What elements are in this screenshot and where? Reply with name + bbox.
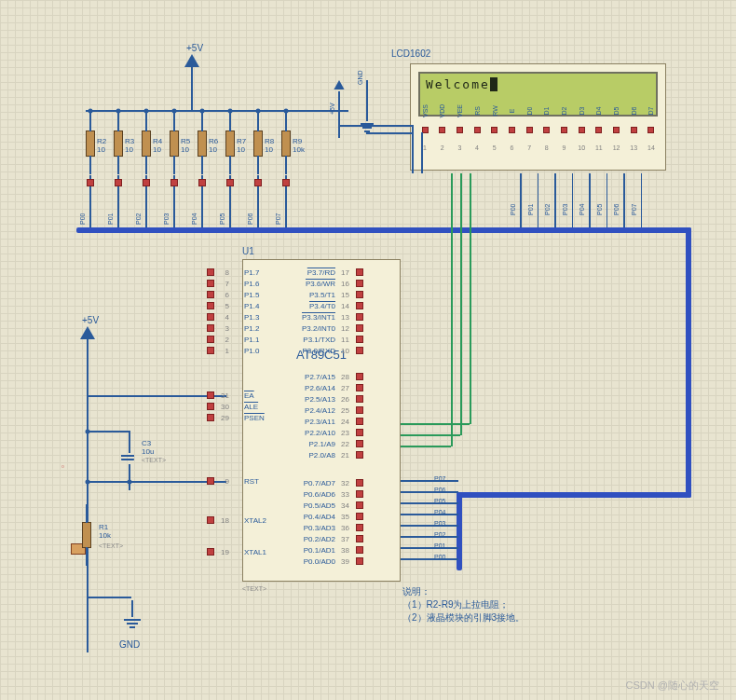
u1-pin-p0-0-ad0: P0.0/AD039 (279, 556, 363, 567)
bus-main-h2 (457, 492, 691, 498)
u1-pin-p2-4-a12: P2.4/A1225 (279, 405, 363, 416)
u1-pin-p3-6-wr: P3.6/WR16 (279, 278, 363, 289)
wire-c3-top (87, 431, 129, 432)
u1-pin-p1-3: 4P1.3 (207, 311, 233, 323)
wire-rst (87, 481, 226, 483)
lcd-module: Welcome VSS1VDD2VEE3RS4RW5E6D07D18D29D31… (410, 63, 666, 171)
u1-pin-p1-6: 7P1.6 (207, 278, 233, 289)
cap-c3 (123, 440, 132, 477)
u1-pin-p0-7-ad7: P0.7/AD732 (279, 477, 363, 488)
net-label-p0-p01: P01 (434, 542, 445, 549)
resistor-r4 (142, 130, 151, 157)
net-label-p02: P02 (135, 213, 142, 225)
resistor-r4-label: R410 (153, 138, 162, 155)
u1-pin-p1-5: 6P1.5 (207, 289, 233, 300)
resistor-r7-label: R710 (237, 138, 246, 155)
gnd-bottom (123, 600, 142, 628)
u1-pin-p2-3-a11: P2.3/A1124 (279, 416, 363, 427)
u1-pin-ale: 30ALE (207, 401, 233, 412)
u1-pin-ea: 31EA (207, 390, 233, 401)
net-label-p0-p04: P04 (434, 509, 445, 515)
cap-c3-label: C3 10u <TEXT> (142, 440, 166, 463)
u1-pin-p2-1-a9: P2.1/A922 (279, 438, 363, 449)
power-5v-bottom: +5V (80, 326, 95, 377)
annotation: 说明： （1）R2-R9为上拉电阻； （2）液晶模块的引脚3接地。 (402, 585, 525, 625)
resistor-r8 (253, 130, 263, 157)
u1-ref: U1 (242, 246, 254, 256)
u1-pin-p2-2-a10: P2.2/A1023 (279, 427, 363, 438)
lcd-pin-d1: D18 (540, 104, 553, 151)
power-5v-label: +5V (186, 43, 203, 53)
u1-pin-p3-2-int0: P3.2/INT012 (279, 323, 363, 334)
annotation-line2: （2）液晶模块的引脚3接地。 (402, 611, 525, 625)
annotation-line1: （1）R2-R9为上拉电阻； (402, 598, 525, 611)
gnd-lcd-label: GND (357, 70, 363, 85)
u1-pin-p2-0-a8: P2.0/A821 (279, 449, 363, 460)
lcd-pin-d4: D411 (593, 104, 606, 151)
u1-pin-p0-6-ad6: P0.6/AD633 (279, 488, 363, 500)
net-label-lcd-p04: P04 (579, 204, 585, 215)
net-label-lcd-p01: P01 (527, 204, 534, 215)
resistor-r3-label: R310 (125, 138, 134, 155)
u1-pin-p1-4: 5P1.4 (207, 300, 233, 311)
lcd-pin-e: E6 (505, 104, 518, 151)
net-label-p0-p03: P03 (434, 520, 445, 527)
watermark: CSDN @随心的天空 (626, 679, 719, 693)
net-label-lcd-p03: P03 (562, 204, 568, 215)
u1-pin-p1-2: 3P1.2 (207, 323, 233, 334)
lcd-pin-rs: RS4 (470, 104, 484, 151)
power-5v-lcd: +5V (332, 78, 347, 138)
resistor-r6-label: R610 (209, 138, 218, 155)
net-label-p03: P03 (163, 213, 170, 225)
u1-pin-p1-0: 1P1.0 (207, 345, 233, 356)
net-label-p0-p02: P02 (434, 531, 445, 538)
bus-main-v (686, 227, 691, 498)
net-label-lcd-p00: P00 (510, 204, 516, 215)
u1-pin-xtal1: 19XTAL1 (207, 546, 233, 557)
resistor-r1 (82, 522, 91, 548)
power-5v-bottom-label: +5V (82, 315, 99, 325)
lcd-pin-vee: VEE3 (453, 104, 466, 151)
u1-pin-p0-1-ad1: P0.1/AD138 (279, 544, 363, 556)
u1-pin-p3-0-rxd: P3.0/RXD10 (279, 345, 363, 356)
u1-pin-p1-1: 2P1.1 (207, 334, 233, 345)
u1-pin-p0-3-ad3: P0.3/AD336 (279, 522, 363, 533)
resistor-r3 (114, 130, 123, 157)
resistor-r7 (225, 130, 235, 157)
bus-main-h (76, 227, 691, 233)
u1-pin-p3-1-txd: P3.1/TXD11 (279, 334, 363, 345)
net-label-p06: P06 (247, 213, 253, 225)
net-label-lcd-p02: P02 (544, 204, 551, 215)
net-label-p0-p06: P06 (434, 487, 445, 493)
lcd-pins: VSS1VDD2VEE3RS4RW5E6D07D18D29D310D411D51… (418, 104, 658, 151)
net-label-p0-p00: P00 (434, 554, 445, 560)
resistor-r8-label: R810 (265, 138, 274, 155)
u1-pin-p0-2-ad2: P0.2/AD237 (279, 533, 363, 544)
lcd-text: Welcome (426, 77, 490, 91)
u1-pin-p2-5-a13: P2.5/A1326 (279, 393, 363, 405)
wire-rail-stem (191, 86, 193, 110)
net-label-p0-p05: P05 (434, 498, 445, 504)
u1-pin-p1-7: 8P1.7 (207, 267, 233, 278)
wire-ea (87, 395, 226, 397)
lcd-pin-rw: RW5 (488, 104, 501, 151)
net-label-lcd-p05: P05 (596, 204, 603, 215)
resistor-r9-label: R910k (293, 138, 305, 155)
annotation-title: 说明： (402, 585, 525, 598)
net-label-p07: P07 (275, 213, 281, 225)
u1-pin-p3-3-int1: P3.3/INT113 (279, 311, 363, 323)
lcd-pin-d6: D613 (627, 104, 640, 151)
u1-pin-p2-6-a14: P2.6/A1427 (279, 382, 363, 393)
resistor-r2 (86, 130, 95, 157)
resistor-r1-label: R1 10k (99, 524, 111, 541)
net-label-p0-p07: P07 (434, 475, 445, 482)
net-label-p00: P00 (79, 213, 86, 225)
resistor-r2-label: R210 (97, 138, 106, 155)
resistor-r5 (170, 130, 179, 157)
lcd-pin-d5: D512 (610, 104, 623, 151)
u1-pin-p3-4-t0: P3.4/T014 (279, 300, 363, 311)
lcd-title: LCD1602 (391, 48, 430, 59)
u1-pin-rst: 9RST (207, 475, 233, 487)
lcd-pin-vdd: VDD2 (436, 104, 449, 151)
net-label-p01: P01 (107, 213, 114, 225)
